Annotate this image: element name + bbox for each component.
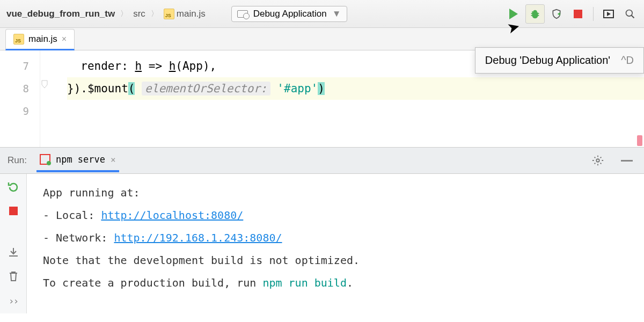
scroll-down-icon (8, 247, 19, 258)
chevron-right-icon: 〉 (120, 9, 128, 19)
run-anything-button[interactable] (599, 4, 618, 24)
run-tab[interactable]: npm serve × (36, 149, 119, 172)
console-line: - Local: http://localhost:8080/ (43, 204, 628, 226)
console-line: App running at: (43, 181, 628, 204)
run-configuration-dropdown[interactable]: Debug Application ▼ (231, 6, 347, 22)
trash-icon (9, 270, 18, 282)
console-output[interactable]: App running at: - Local: http://localhos… (27, 174, 644, 313)
breadcrumb-file[interactable]: JS main.js (162, 8, 208, 20)
tooltip-shortcut: ^D (621, 54, 634, 67)
inline-hint: elementOrSelector: (142, 82, 270, 96)
stop-icon (574, 10, 582, 18)
clear-button[interactable] (6, 269, 21, 283)
breadcrumb-project[interactable]: vue_debug_from_run_tw (4, 8, 117, 20)
run-panel-header: Run: npm serve × (0, 147, 644, 174)
breadcrumb: vue_debug_from_run_tw 〉 src 〉 JS main.js (4, 8, 208, 20)
main-toolbar: vue_debug_from_run_tw 〉 src 〉 JS main.js… (0, 0, 644, 28)
console-line: - Network: http://192.168.1.243:8080/ (43, 226, 628, 249)
debug-tooltip: Debug 'Debug Application' ^D (475, 47, 644, 74)
stop-button[interactable] (568, 4, 588, 24)
svg-point-2 (596, 159, 599, 162)
more-button[interactable]: ›› (6, 294, 21, 308)
run-panel-sidebar: ›› (0, 174, 27, 313)
svg-line-1 (632, 15, 634, 18)
search-icon (625, 9, 635, 19)
play-icon (509, 9, 518, 19)
scroll-to-end-button[interactable] (6, 245, 21, 259)
js-file-icon: JS (164, 9, 174, 19)
run-anything-icon (603, 10, 614, 18)
run-button[interactable] (504, 4, 523, 24)
editor-tab[interactable]: JS main.js × (5, 29, 75, 50)
code-line-8: }).$mount( elementOrSelector: '#app') (67, 77, 644, 100)
browser-icon (237, 10, 248, 18)
minimize-button[interactable] (617, 151, 636, 170)
stop-button[interactable] (6, 203, 21, 218)
tooltip-text: Debug 'Debug Application' (485, 54, 610, 67)
line-gutter: 7 8 9 (0, 50, 40, 147)
error-stripe-icon[interactable] (637, 135, 642, 146)
console-line: Note that the development build is not o… (43, 249, 628, 272)
local-url-link[interactable]: http://localhost:8080/ (101, 209, 243, 222)
line-number: 8 (0, 77, 29, 100)
debug-button[interactable] (525, 4, 545, 24)
bug-icon (529, 8, 541, 20)
breadcrumb-file-label: main.js (177, 9, 206, 19)
settings-button[interactable] (588, 151, 608, 170)
chevron-down-icon: ▼ (332, 9, 341, 19)
run-panel-title: Run: (8, 155, 27, 166)
line-number: 7 (0, 55, 29, 77)
close-icon[interactable]: × (62, 34, 67, 44)
stop-icon (9, 207, 18, 215)
rerun-icon (7, 180, 20, 193)
tab-filename: main.js (28, 34, 57, 45)
run-tab-label: npm serve (56, 154, 105, 165)
rerun-button[interactable] (6, 179, 21, 194)
console-line: To create a production build, run npm ru… (43, 272, 628, 294)
js-file-icon: JS (13, 34, 24, 45)
gear-icon (592, 155, 604, 166)
minimize-icon (621, 160, 633, 162)
shield-play-icon (551, 8, 562, 20)
run-panel-body: ›› App running at: - Local: http://local… (0, 174, 644, 313)
chevron-right-icon: 〉 (151, 9, 158, 19)
close-icon[interactable]: × (111, 155, 116, 165)
line-number: 9 (0, 100, 29, 122)
svg-point-0 (626, 10, 633, 16)
npm-icon (40, 154, 50, 165)
breadcrumb-folder[interactable]: src (131, 8, 148, 20)
search-button[interactable] (620, 4, 640, 24)
network-url-link[interactable]: http://192.168.1.243:8080/ (114, 231, 282, 244)
coverage-button[interactable] (547, 4, 566, 24)
more-icon: ›› (9, 295, 18, 306)
run-config-label: Debug Application (253, 9, 327, 19)
